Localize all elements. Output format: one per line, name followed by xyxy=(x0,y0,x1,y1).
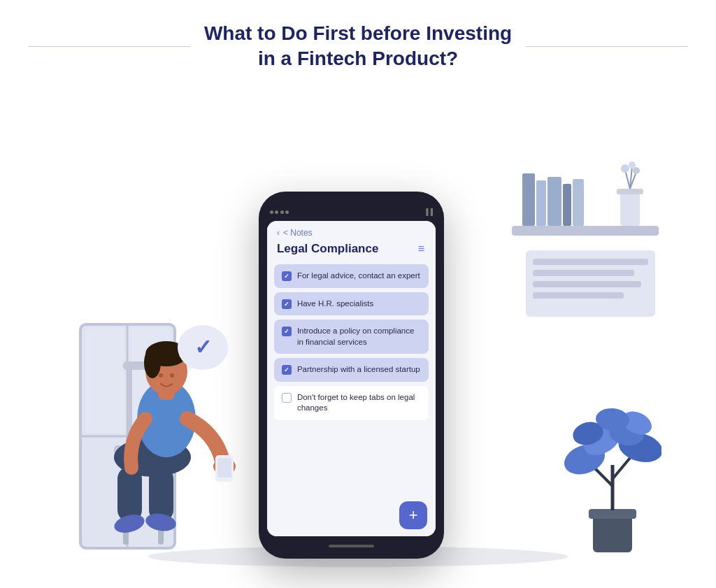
phone-notch xyxy=(337,207,375,217)
phone: ▐▐ ‹ < Notes Legal Compliance ≡ ✓ For le… xyxy=(259,192,444,559)
svg-rect-9 xyxy=(573,179,584,226)
svg-point-48 xyxy=(113,512,147,536)
person xyxy=(76,279,264,561)
plant xyxy=(564,402,661,559)
check-icon: ✓ xyxy=(282,327,292,336)
svg-line-28 xyxy=(613,458,630,479)
svg-rect-23 xyxy=(533,292,624,299)
list-item: ✓ For legal advice, contact an expert xyxy=(274,264,429,288)
svg-point-57 xyxy=(144,347,161,378)
phone-home-bar xyxy=(329,545,374,547)
svg-rect-22 xyxy=(533,281,641,287)
svg-rect-5 xyxy=(522,173,535,226)
phone-screen: ‹ < Notes Legal Compliance ≡ ✓ For legal… xyxy=(267,221,436,536)
empty-checkbox xyxy=(282,393,292,403)
list-item-text: For legal advice, contact an expert xyxy=(297,271,420,282)
svg-point-15 xyxy=(621,164,629,173)
svg-rect-21 xyxy=(533,270,634,276)
list-item: ✓ Introduce a policy on compliance in fi… xyxy=(274,320,429,354)
svg-rect-24 xyxy=(593,514,632,552)
svg-point-49 xyxy=(144,511,177,533)
svg-point-59 xyxy=(170,373,174,378)
add-button[interactable]: + xyxy=(399,501,427,529)
nav-notes-label: < Notes xyxy=(283,228,313,238)
phone-status-bar: ▐▐ xyxy=(270,207,433,217)
svg-rect-20 xyxy=(533,259,648,265)
svg-line-12 xyxy=(625,170,630,189)
svg-rect-11 xyxy=(617,189,643,194)
svg-rect-7 xyxy=(547,177,561,226)
check-icon: ✓ xyxy=(282,271,292,281)
speech-bubble: ✓ xyxy=(175,323,231,382)
svg-line-27 xyxy=(595,468,613,486)
desk-papers xyxy=(526,250,659,323)
svg-point-16 xyxy=(629,162,636,168)
svg-rect-6 xyxy=(536,180,546,226)
check-icon: ✓ xyxy=(282,299,292,309)
screen-header: Legal Compliance ≡ xyxy=(267,241,436,263)
phone-dots xyxy=(270,210,289,214)
screen-title: Legal Compliance xyxy=(277,242,378,256)
shelf xyxy=(512,159,659,239)
list-item-text: Partnership with a licensed startup xyxy=(297,364,420,375)
svg-rect-46 xyxy=(117,466,142,522)
svg-rect-8 xyxy=(563,184,571,226)
svg-rect-18 xyxy=(512,226,659,236)
svg-rect-53 xyxy=(217,458,231,478)
list-item-text: Introduce a policy on compliance in fina… xyxy=(297,326,421,347)
svg-point-58 xyxy=(159,373,163,378)
svg-rect-10 xyxy=(620,191,640,226)
header-line-right xyxy=(526,46,688,48)
header-line-left xyxy=(28,46,190,48)
list-item: Don't forget to keep tabs on legal chang… xyxy=(274,386,429,420)
check-icon: ✓ xyxy=(282,365,292,375)
list-item: ✓ Have H.R. specialists xyxy=(274,292,429,316)
screen-list: ✓ For legal advice, contact an expert ✓ … xyxy=(267,263,436,494)
page-title: What to Do First before Investing in a F… xyxy=(190,21,526,72)
list-item-text: Have H.R. specialists xyxy=(297,299,373,310)
menu-icon[interactable]: ≡ xyxy=(418,243,426,255)
scene: ✓ xyxy=(0,79,716,588)
page-header: What to Do First before Investing in a F… xyxy=(0,0,716,79)
phone-battery: ▐▐ xyxy=(424,208,433,215)
svg-text:✓: ✓ xyxy=(194,336,212,359)
list-item: ✓ Partnership with a licensed startup xyxy=(274,358,429,382)
screen-nav: ‹ < Notes xyxy=(267,221,436,241)
nav-chevron: ‹ xyxy=(277,228,280,238)
screen-footer: + xyxy=(267,494,436,536)
svg-point-17 xyxy=(633,167,640,174)
list-item-text: Don't forget to keep tabs on legal chang… xyxy=(297,392,421,414)
svg-rect-25 xyxy=(589,509,636,519)
